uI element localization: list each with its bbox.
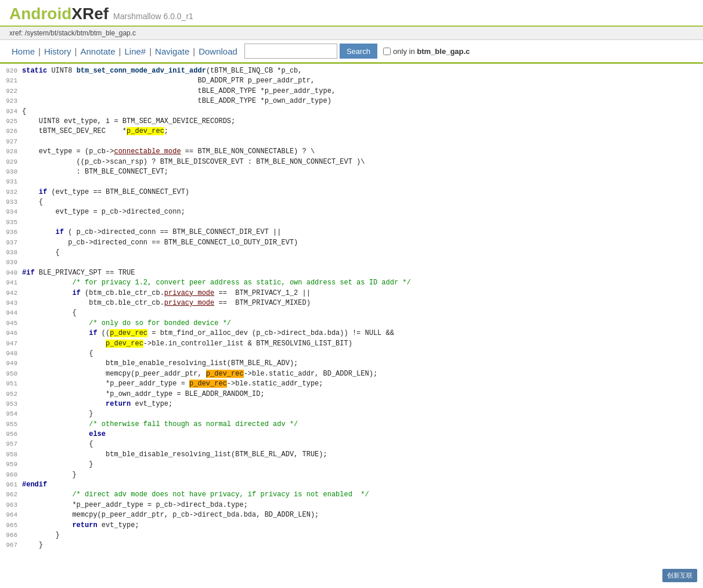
logo-xref: XRef: [71, 5, 109, 23]
code-line-947: 947 p_dev_rec->ble.in_controller_list & …: [0, 339, 703, 349]
code-line-964: 964 memcpy(p_peer_addr_ptr, p_cb->direct…: [0, 510, 703, 520]
code-line-954: 954 }: [0, 409, 703, 419]
code-line-959: 959 }: [0, 460, 703, 470]
nav-navigate[interactable]: Navigate: [153, 45, 192, 57]
code-line-930: 930 : BTM_BLE_CONNECT_EVT;: [0, 167, 703, 177]
code-line-966: 966 }: [0, 531, 703, 540]
code-area: 920static UINT8 btm_set_conn_mode_adv_in…: [0, 64, 703, 553]
code-line-931: 931: [0, 177, 703, 187]
logo: AndroidXRefMarshmallow 6.0.0_r1: [9, 5, 193, 23]
code-line-960: 960 }: [0, 470, 703, 480]
nav-sep-2: |: [74, 46, 78, 56]
code-line-925: 925 UINT8 evt_type, i = BTM_SEC_MAX_DEVI…: [0, 117, 703, 127]
search-button[interactable]: Search: [340, 44, 377, 59]
code-line-953: 953 return evt_type;: [0, 399, 703, 409]
only-checkbox[interactable]: [383, 48, 391, 55]
search-input[interactable]: [244, 44, 337, 59]
nav-history[interactable]: History: [42, 45, 74, 57]
code-line-937: 937 p_cb->directed_conn == BTM_BLE_CONNE…: [0, 238, 703, 248]
code-line-932: 932 if (evt_type == BTM_BLE_CONNECT_EVT): [0, 187, 703, 197]
logo-android: Android: [9, 5, 71, 23]
nav-download[interactable]: Download: [196, 45, 240, 57]
only-label: only in btm_ble_gap.c: [393, 47, 470, 56]
nav-line[interactable]: Line#: [122, 45, 148, 57]
code-line-924: 924{: [0, 107, 703, 117]
code-line-957: 957 {: [0, 439, 703, 449]
code-line-949: 949 btm_ble_enable_resolving_list(BTM_BL…: [0, 359, 703, 369]
code-line-963: 963 *p_peer_addr_type = p_cb->direct_bda…: [0, 500, 703, 510]
code-line-926: 926 tBTM_SEC_DEV_REC *p_dev_rec;: [0, 127, 703, 136]
code-line-956: 956 else: [0, 430, 703, 439]
code-line-941: 941 /* for privacy 1.2, convert peer add…: [0, 278, 703, 288]
nav-sep-4: |: [148, 46, 153, 56]
code-line-922: 922 tBLE_ADDR_TYPE *p_peer_addr_type,: [0, 86, 703, 96]
only-filename: btm_ble_gap.c: [417, 47, 470, 56]
header: AndroidXRefMarshmallow 6.0.0_r1: [0, 0, 703, 27]
nav-sep-1: |: [37, 46, 42, 56]
code-line-951: 951 *p_peer_addr_type = p_dev_rec->ble.s…: [0, 379, 703, 389]
code-line-961: 961#endif: [0, 480, 703, 490]
code-line-962: 962 /* direct adv mode does not have pri…: [0, 490, 703, 500]
logo-version: Marshmallow 6.0.0_r1: [113, 12, 193, 21]
code-line-923: 923 tBLE_ADDR_TYPE *p_own_addr_type): [0, 96, 703, 106]
code-line-933: 933 {: [0, 197, 703, 207]
code-line-943: 943 btm_cb.ble_ctr_cb.privacy_mode == BT…: [0, 298, 703, 308]
code-line-940: 940#if BLE_PRIVACY_SPT == TRUE: [0, 268, 703, 278]
navbar: Home | History | Annotate | Line# | Navi…: [0, 40, 703, 64]
nav-sep-3: |: [118, 46, 122, 56]
code-line-927: 927: [0, 137, 703, 147]
code-line-928: 928 evt_type = (p_cb->connectable_mode =…: [0, 147, 703, 157]
code-line-946: 946 if ((p_dev_rec = btm_find_or_alloc_d…: [0, 329, 703, 338]
code-line-942: 942 if (btm_cb.ble_ctr_cb.privacy_mode =…: [0, 288, 703, 298]
nav-home[interactable]: Home: [9, 45, 37, 57]
code-line-958: 958 btm_ble_disable_resolving_list(BTM_B…: [0, 450, 703, 460]
code-line-929: 929 ((p_cb->scan_rsp) ? BTM_BLE_DISCOVER…: [0, 157, 703, 167]
code-line-936: 936 if ( p_cb->directed_conn == BTM_BLE_…: [0, 228, 703, 237]
code-line-952: 952 *p_own_addr_type = BLE_ADDR_RANDOM_I…: [0, 389, 703, 399]
nav-sep-5: |: [192, 46, 196, 56]
breadcrumb: xref: /system/bt/stack/btm/btm_ble_gap.c: [0, 27, 703, 40]
code-line-967: 967 }: [0, 540, 703, 550]
code-line-955: 955 /* otherwise fall though as normal d…: [0, 420, 703, 430]
code-line-934: 934 evt_type = p_cb->directed_conn;: [0, 207, 703, 217]
code-line-921: 921 BD_ADDR_PTR p_peer_addr_ptr,: [0, 76, 703, 86]
search-area: Search only in btm_ble_gap.c: [244, 44, 470, 59]
code-line-944: 944 {: [0, 308, 703, 318]
nav-annotate[interactable]: Annotate: [78, 45, 118, 57]
breadcrumb-text: xref: /system/bt/stack/btm/btm_ble_gap.c: [9, 29, 136, 37]
code-line-935: 935: [0, 218, 703, 228]
code-line-938: 938 {: [0, 248, 703, 258]
code-line-950: 950 memcpy(p_peer_addr_ptr, p_dev_rec->b…: [0, 369, 703, 379]
code-line-939: 939: [0, 258, 703, 268]
code-line-945: 945 /* only do so for bonded device */: [0, 319, 703, 329]
code-line-948: 948 {: [0, 349, 703, 359]
code-line-965: 965 return evt_type;: [0, 521, 703, 531]
code-line-920: 920static UINT8 btm_set_conn_mode_adv_in…: [0, 66, 703, 76]
